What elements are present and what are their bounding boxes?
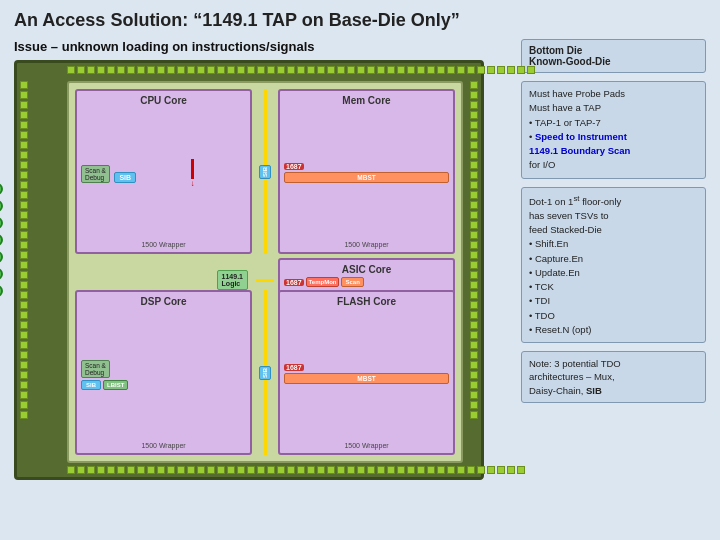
mem-wrapper-label: 1500 Wrapper <box>284 241 449 248</box>
sib-wire-top2 <box>264 179 267 255</box>
bond-pad <box>257 466 265 474</box>
bond-pad <box>20 311 28 319</box>
bond-pad <box>487 66 495 74</box>
bond-pad <box>527 66 535 74</box>
bond-pad <box>237 466 245 474</box>
bond-pad <box>117 66 125 74</box>
bond-pad <box>20 131 28 139</box>
bond-pad <box>407 66 415 74</box>
bond-pad <box>417 66 425 74</box>
bond-pad <box>470 331 478 339</box>
bond-pad <box>20 221 28 229</box>
bond-pad <box>87 66 95 74</box>
bond-pad <box>470 211 478 219</box>
bond-pad <box>377 66 385 74</box>
bond-pad <box>107 466 115 474</box>
bond-pad <box>137 466 145 474</box>
bond-pad <box>20 151 28 159</box>
asic-temmon: TempMon <box>306 277 340 287</box>
bond-pad <box>470 401 478 409</box>
dot1-box: Dot-1 on 1st floor-only has seven TSVs t… <box>521 187 706 344</box>
bond-pad <box>470 241 478 249</box>
bond-pad <box>307 66 315 74</box>
page: An Access Solution: “1149.1 TAP on Base-… <box>0 0 720 540</box>
dsp-core-title: DSP Core <box>81 296 246 307</box>
bond-pad <box>337 466 345 474</box>
speed-to-instrument: Speed to Instrument <box>535 131 627 142</box>
bond-pad <box>447 466 455 474</box>
bond-pad <box>20 211 28 219</box>
bond-pad <box>277 66 285 74</box>
bond-pad <box>20 241 28 249</box>
dsp-wrapper-label: 1500 Wrapper <box>81 442 246 449</box>
bond-pad <box>247 466 255 474</box>
bond-pad <box>470 181 478 189</box>
bond-pad <box>20 121 28 129</box>
bond-pad <box>20 161 28 169</box>
bond-pad <box>127 466 135 474</box>
bond-pad <box>147 66 155 74</box>
bond-pad <box>470 171 478 179</box>
bond-pad <box>470 141 478 149</box>
mid-core-row: 1149.1Logic ASIC Core <box>75 258 455 286</box>
bond-pad <box>20 271 28 279</box>
bond-pads-left <box>20 81 28 463</box>
bond-pad <box>317 66 325 74</box>
bond-pad <box>470 261 478 269</box>
tsv-circle <box>0 217 3 229</box>
bond-pad <box>187 66 195 74</box>
bond-pad <box>470 251 478 259</box>
bond-pad <box>437 466 445 474</box>
bond-pad <box>20 351 28 359</box>
bond-pad <box>157 66 165 74</box>
issue-label: Issue – unknown loading on instructions/… <box>14 39 511 54</box>
sib-wire-top <box>264 89 267 165</box>
bond-pad <box>20 201 28 209</box>
bond-pad <box>20 231 28 239</box>
boundary-scan: 1149.1 Boundary Scan <box>529 145 630 156</box>
bond-pad <box>470 371 478 379</box>
right-panel: Bottom Die Known-Good-Die Must have Prob… <box>521 39 706 523</box>
bond-pad <box>470 391 478 399</box>
bond-pad <box>20 381 28 389</box>
die-inner: CPU Core Scan &Debug SIB ↓ <box>67 81 463 463</box>
sib-h-wire-mid <box>256 279 274 282</box>
bond-pad <box>470 321 478 329</box>
sib-wire-bot <box>264 290 267 366</box>
note-box: Note: 3 potential TDO architectures – Mu… <box>521 351 706 403</box>
bond-pad <box>357 466 365 474</box>
bottom-die-line1: Bottom Die <box>529 45 582 56</box>
sib-wire-bot2 <box>264 380 267 456</box>
bond-pad <box>447 66 455 74</box>
bond-pad <box>20 91 28 99</box>
bond-pad <box>397 466 405 474</box>
sib-bot-label: SIB <box>259 366 271 380</box>
bond-pad <box>517 466 525 474</box>
bot-core-row: DSP Core Scan &Debug SIB LBIST <box>75 290 455 455</box>
bond-pad <box>357 66 365 74</box>
bond-pads-right <box>470 81 478 463</box>
mem-mbst: MBST <box>284 172 449 183</box>
bond-pad <box>347 466 355 474</box>
bond-pad <box>517 66 525 74</box>
bond-pad <box>467 66 475 74</box>
bond-pad <box>20 281 28 289</box>
bond-pad <box>470 101 478 109</box>
bond-pad <box>207 466 215 474</box>
chip-board: TMS TCK TDI TDO <box>14 60 484 480</box>
bond-pad <box>317 466 325 474</box>
asic-num: 1687 <box>284 279 304 286</box>
bond-pad <box>437 66 445 74</box>
mem-core-title: Mem Core <box>284 95 449 106</box>
bond-pad <box>470 361 478 369</box>
bond-pad <box>470 91 478 99</box>
bond-pad <box>67 466 75 474</box>
bond-pad <box>217 66 225 74</box>
dsp-sib: SIB <box>81 380 101 390</box>
bond-pad <box>497 466 505 474</box>
bond-pad <box>347 66 355 74</box>
flash-mbst: MBST <box>284 373 449 384</box>
bond-pad <box>20 301 28 309</box>
dsp-lbist: LBIST <box>103 380 128 390</box>
tsv-circle <box>0 200 3 212</box>
